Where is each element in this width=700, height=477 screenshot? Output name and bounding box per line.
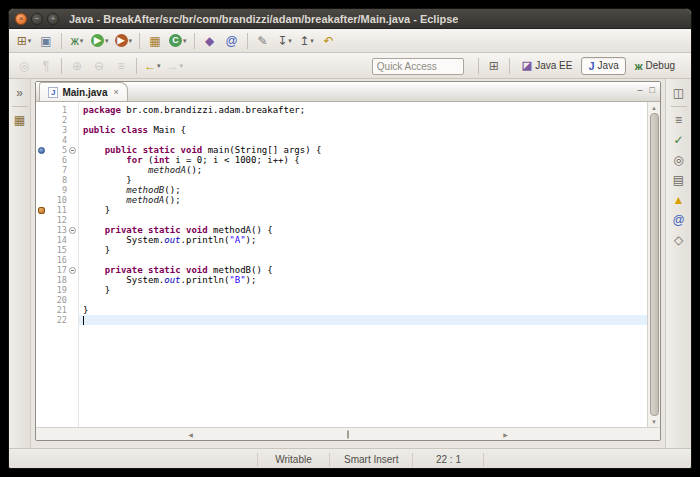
marker-cell[interactable] [36,185,47,195]
dropdown-arrow-icon[interactable]: ▾ [310,37,314,45]
dropdown-arrow-icon[interactable]: ▾ [157,62,161,70]
dropdown-arrow-icon[interactable]: ▾ [183,37,187,45]
line-number[interactable]: 22 [47,315,67,325]
horizontal-scrollbar-thumb[interactable] [347,430,349,439]
line-number[interactable]: 4 [47,135,67,145]
perspective-debug-button[interactable]: жDebug [628,57,682,75]
minimize-editor-icon[interactable]: – [638,86,643,95]
maximize-button[interactable]: + [47,13,59,25]
code-line[interactable]: System.out.println("B"); [79,275,647,285]
code-line[interactable]: } [79,285,647,295]
fold-cell[interactable] [67,155,78,165]
line-number[interactable]: 9 [47,185,67,195]
mark-occurrences-button[interactable]: ✎ [253,31,273,51]
line-number[interactable]: 7 [47,165,67,175]
line-number[interactable]: 21 [47,305,67,315]
fold-cell[interactable] [67,295,78,305]
collapse-fold-icon[interactable] [69,147,76,154]
code-line[interactable] [79,295,647,305]
javadoc-view-button[interactable]: @ [670,211,688,229]
line-number[interactable]: 12 [47,215,67,225]
perspective-java-ee-button[interactable]: ◪Java EE [515,56,580,75]
quick-access-input[interactable] [372,58,464,75]
new-java-project-button[interactable]: ▦ [145,31,165,51]
fold-cell[interactable] [67,175,78,185]
code-line[interactable]: } [79,205,647,215]
marker-cell[interactable] [36,255,47,265]
annotation-gutter[interactable] [36,102,47,427]
code-line[interactable]: for (int i = 0; i < 1000; i++) { [79,155,647,165]
show-whitespace-button[interactable]: ¶ [36,56,56,76]
restore-right-views-button[interactable]: ◫ [670,84,688,102]
javadoc-button[interactable]: @ [222,31,242,51]
dropdown-arrow-icon[interactable]: ▾ [80,37,84,45]
marker-cell[interactable] [36,105,47,115]
code-line[interactable]: System.out.println("A"); [79,235,647,245]
tab-close-icon[interactable]: × [113,87,118,97]
open-perspective-button[interactable]: ⊞ [484,56,504,76]
marker-cell[interactable] [36,215,47,225]
code-line[interactable]: package br.com.brandizzi.adam.breakafter… [79,105,647,115]
maximize-editor-icon[interactable]: □ [650,86,655,95]
code-line[interactable]: private static void methodA() { [79,225,647,235]
code-line[interactable] [79,255,647,265]
code-line[interactable] [79,315,647,325]
line-number[interactable]: 8 [47,175,67,185]
marker-cell[interactable] [36,265,47,275]
jar-export-button[interactable]: ◆ [200,31,220,51]
marker-cell[interactable] [36,135,47,145]
line-number[interactable]: 17 [47,265,67,275]
vertical-scrollbar-thumb[interactable] [650,113,659,416]
marker-cell[interactable] [36,285,47,295]
code-line[interactable]: } [79,305,647,315]
line-number[interactable]: 11 [47,205,67,215]
dropdown-arrow-icon[interactable]: ▾ [105,37,109,45]
fold-cell[interactable] [67,135,78,145]
fold-cell[interactable] [67,125,78,135]
marker-cell[interactable] [36,245,47,255]
line-number[interactable]: 2 [47,115,67,125]
marker-cell[interactable] [36,115,47,125]
problems-view-button[interactable]: ▲ [670,191,688,209]
fold-cell[interactable] [67,265,78,275]
task-list-view-button[interactable]: ✓ [670,131,688,149]
search-view-button[interactable]: ◎ [670,151,688,169]
fold-cell[interactable] [67,195,78,205]
line-number[interactable]: 18 [47,275,67,285]
pin-editor-button[interactable]: ◎ [14,56,34,76]
fold-cell[interactable] [67,255,78,265]
marker-cell[interactable] [36,175,47,185]
fold-cell[interactable] [67,245,78,255]
code-line[interactable] [79,115,647,125]
code-editor[interactable]: 12345678910111213141516171819202122 pack… [36,102,660,427]
fold-cell[interactable] [67,185,78,195]
line-number[interactable]: 3 [47,125,67,135]
fold-cell[interactable] [67,205,78,215]
marker-cell[interactable] [36,205,47,215]
marker-cell[interactable] [36,235,47,245]
line-number[interactable]: 13 [47,225,67,235]
folding-gutter[interactable] [67,102,79,427]
scroll-up-icon[interactable]: ▲ [648,102,660,113]
collapse-fold-icon[interactable] [69,267,76,274]
declaration-view-button[interactable]: ◇ [670,231,688,249]
line-number[interactable]: 14 [47,235,67,245]
new-class-button[interactable]: C▾ [167,31,189,51]
fold-cell[interactable] [67,215,78,225]
code-line[interactable]: public class Main { [79,125,647,135]
fold-cell[interactable] [67,225,78,235]
code-area[interactable]: package br.com.brandizzi.adam.breakafter… [79,102,647,427]
fold-cell[interactable] [67,165,78,175]
marker-cell[interactable] [36,305,47,315]
code-line[interactable]: methodB(); [79,185,647,195]
line-number[interactable]: 15 [47,245,67,255]
marker-cell[interactable] [36,165,47,175]
code-line[interactable]: public static void main(String[] args) { [79,145,647,155]
dropdown-arrow-icon[interactable]: ▾ [180,62,184,70]
fold-cell[interactable] [67,285,78,295]
code-line[interactable] [79,215,647,225]
debug-button[interactable]: ж▾ [67,31,87,51]
scroll-right-icon[interactable]: ▶ [351,429,660,440]
breakpoint-marker-icon[interactable] [38,147,45,154]
horizontal-scrollbar[interactable]: ◀ ▶ [36,427,660,440]
